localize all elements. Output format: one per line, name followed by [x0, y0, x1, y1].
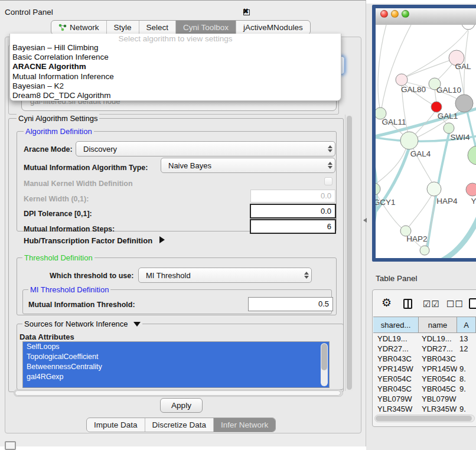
- column-header-1[interactable]: name: [419, 317, 457, 332]
- zoom-window-icon[interactable]: [402, 10, 409, 18]
- gear-icon[interactable]: ⚙: [382, 297, 392, 309]
- scrollbar-thumb[interactable]: [321, 344, 327, 370]
- mi-threshold-field[interactable]: 0.5: [248, 297, 333, 311]
- table-cell: 9.: [457, 364, 476, 374]
- close-window-icon[interactable]: [380, 10, 388, 18]
- table-cell: YPR145W: [373, 364, 419, 374]
- manual-kernel-checkbox[interactable]: [324, 177, 332, 185]
- attribute-item[interactable]: gal4RGexp: [23, 372, 329, 382]
- network-node[interactable]: [468, 146, 476, 165]
- table-cell: YBR045C: [373, 384, 419, 394]
- network-node-gcy1[interactable]: [376, 183, 380, 195]
- aracne-mode-combo[interactable]: Discovery: [76, 141, 335, 156]
- hub-definition-expander[interactable]: Hub/Transcription Factor Definition: [24, 236, 165, 245]
- algorithm-option[interactable]: Dream8 DC_TDC Algorithm: [10, 91, 341, 100]
- list-scrollbar[interactable]: [321, 343, 328, 386]
- node-label: Y: [471, 197, 476, 206]
- table-row[interactable]: YPR145WYPR145W9.: [373, 364, 476, 374]
- table-row[interactable]: YDL19...YDL19...13: [373, 334, 476, 344]
- tab-style[interactable]: Style: [106, 21, 139, 34]
- network-node-hap4[interactable]: [427, 182, 441, 196]
- network-window-titlebar[interactable]: [376, 8, 476, 25]
- deselect-all-checks-icon[interactable]: ☐☐: [446, 299, 464, 309]
- data-attributes-label: Data Attributes: [19, 332, 74, 341]
- panel-divider-arrow[interactable]: [363, 218, 367, 223]
- collapsed-panel-icon[interactable]: [5, 441, 16, 450]
- algorithm-option[interactable]: Bayesian – Hill Climbing: [10, 43, 341, 53]
- table-row[interactable]: YLR345WYLR345W9.: [373, 404, 476, 414]
- network-view-window[interactable]: GALGAL80GAL10GAL1GAL11SWI4GAL4GCY1HAP4YH…: [372, 5, 476, 262]
- scrollbar-thumb[interactable]: [376, 416, 472, 421]
- close-icon[interactable]: ✖: [243, 7, 249, 15]
- tab-jactivemnodules[interactable]: jActiveMNodules: [236, 21, 310, 34]
- settings-vertical-scrollbar[interactable]: [345, 115, 353, 391]
- which-threshold-combo[interactable]: MI Threshold: [138, 268, 312, 283]
- algorithm-option[interactable]: Basic Correlation Inference: [10, 53, 341, 62]
- table-cell: YER054C: [373, 374, 419, 384]
- network-canvas[interactable]: GALGAL80GAL10GAL1GAL11SWI4GAL4GCY1HAP4YH…: [376, 25, 476, 258]
- scrollbar-thumb[interactable]: [15, 390, 341, 396]
- tab-cyni-toolbox[interactable]: Cyni Toolbox: [175, 21, 236, 34]
- tab-label: jActiveMNodules: [243, 23, 303, 32]
- node-label: GAL4: [410, 149, 431, 158]
- expander-right-icon: [159, 236, 165, 243]
- network-node-gal1[interactable]: [431, 102, 442, 112]
- network-node-swi4[interactable]: [444, 123, 454, 133]
- column-header-0[interactable]: shared...: [373, 317, 419, 332]
- table-panel-title: Table Panel: [376, 274, 418, 283]
- network-node[interactable]: [420, 246, 429, 255]
- table-row[interactable]: YDR27...YDR27...12: [373, 344, 476, 354]
- top-tab-bar: NetworkStyleSelectCyni ToolboxjActiveMNo…: [51, 20, 311, 35]
- algorithm-option[interactable]: Bayesian – K2: [10, 81, 341, 91]
- which-threshold-value: MI Threshold: [139, 271, 302, 280]
- data-attributes-list[interactable]: SelfLoopsTopologicalCoefficientBetweenne…: [22, 341, 330, 388]
- expander-down-icon: [133, 322, 141, 327]
- table-rows: YDL19...YDL19...13YDR27...YDR27...12YBR0…: [373, 334, 476, 416]
- attribute-item[interactable]: SelfLoops: [23, 342, 329, 352]
- network-edge: [409, 194, 432, 227]
- page-icon[interactable]: [469, 298, 476, 309]
- node-label: GAL: [455, 62, 471, 71]
- attribute-item[interactable]: TopologicalCoefficient: [23, 352, 329, 362]
- minimize-window-icon[interactable]: [391, 10, 399, 18]
- network-node-y[interactable]: [466, 183, 476, 196]
- scrollbar-thumb[interactable]: [347, 116, 352, 390]
- table-horizontal-scrollbar[interactable]: [374, 415, 475, 422]
- tab-select[interactable]: Select: [139, 21, 176, 34]
- apply-button[interactable]: Apply: [160, 398, 203, 413]
- attr-items-container: SelfLoopsTopologicalCoefficientBetweenne…: [23, 342, 329, 382]
- table-row[interactable]: YBL079WYBL079W: [373, 394, 476, 404]
- algorithm-popup: Select algorithm to view settings Bayesi…: [9, 34, 341, 101]
- combo-stepper-icon: [325, 145, 335, 152]
- tab-discretize-data[interactable]: Discretize Data: [145, 418, 214, 432]
- sources-expander[interactable]: Sources for Network Inference: [22, 319, 142, 328]
- algorithm-option[interactable]: ARACNE Algorithm: [10, 62, 341, 71]
- tab-impute-data[interactable]: Impute Data: [87, 418, 145, 432]
- dpi-tolerance-field[interactable]: 0.0: [250, 204, 336, 219]
- tab-network[interactable]: Network: [51, 21, 106, 34]
- column-header-2[interactable]: A: [457, 317, 476, 332]
- node-label: GAL10: [436, 86, 461, 94]
- network-node-gal4[interactable]: [400, 132, 418, 149]
- mi-type-value: Naive Bayes: [161, 161, 325, 170]
- kernel-width-field[interactable]: 0.0: [250, 190, 335, 203]
- network-node[interactable]: [462, 25, 475, 30]
- node-label: SWI4: [450, 133, 470, 142]
- attribute-item[interactable]: BetweennessCentrality: [23, 362, 329, 372]
- attribute-item-partial[interactable]: [23, 382, 329, 388]
- table-row[interactable]: YBR045CYBR045C9.: [373, 384, 476, 394]
- tab-infer-network[interactable]: Infer Network: [213, 418, 275, 432]
- mi-steps-field[interactable]: 6: [250, 219, 336, 234]
- mi-type-combo[interactable]: Naive Bayes: [161, 158, 335, 173]
- columns-icon[interactable]: [403, 299, 412, 309]
- table-cell: 12: [457, 344, 476, 354]
- network-node[interactable]: [455, 94, 473, 112]
- table-cell: YBL079W: [373, 394, 419, 404]
- tab-label: Network: [70, 23, 99, 32]
- network-node-gal80[interactable]: [396, 74, 407, 86]
- select-all-checks-icon[interactable]: ☑☑: [423, 299, 440, 309]
- algorithm-option[interactable]: Mutual Information Inference: [10, 72, 341, 81]
- table-row[interactable]: YER054CYER054C8.: [373, 374, 476, 384]
- table-row[interactable]: YBR043CYBR043C: [373, 354, 476, 364]
- settings-horizontal-scrollbar[interactable]: [14, 389, 343, 397]
